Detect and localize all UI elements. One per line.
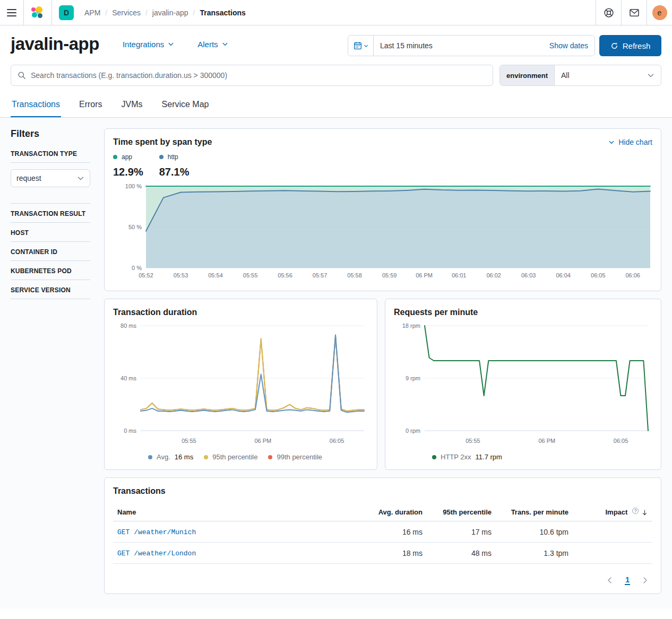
refresh-button[interactable]: Refresh	[599, 35, 661, 56]
filter-transaction-result-label[interactable]: TRANSACTION RESULT	[11, 210, 90, 217]
breadcrumb-separator: /	[145, 8, 148, 17]
svg-text:06 PM: 06 PM	[538, 438, 555, 444]
legend-http: http 87.1%	[159, 153, 189, 178]
breadcrumb-item-services[interactable]: Services	[112, 8, 141, 17]
transaction-link-munich[interactable]: GET /weather/Munich	[117, 528, 196, 536]
chevron-down-icon	[168, 41, 174, 47]
next-page-button[interactable]	[641, 576, 649, 585]
search-icon	[18, 71, 26, 80]
legend-99th[interactable]: 99th percentile	[268, 453, 322, 461]
column-header-impact[interactable]: Impact ?	[573, 503, 652, 521]
svg-text:06:01: 06:01	[452, 272, 467, 278]
svg-text:06:06: 06:06	[625, 272, 640, 278]
space-switcher[interactable]: D	[51, 0, 81, 25]
calendar-icon	[354, 41, 362, 50]
tab-jvms[interactable]: JVMs	[120, 93, 144, 117]
duration-legend: Avg. 16 ms 95th percentile 99th percenti…	[148, 453, 368, 461]
chevron-down-icon	[608, 139, 615, 145]
breadcrumb-separator: /	[105, 8, 107, 17]
column-header-name[interactable]: Name	[113, 503, 363, 521]
svg-text:06:03: 06:03	[521, 272, 536, 278]
filter-container-id-label[interactable]: CONTAINER ID	[11, 248, 90, 256]
filters-heading: Filters	[11, 128, 90, 140]
menu-button[interactable]	[0, 0, 23, 25]
time-range-value[interactable]: Last 15 minutes	[380, 41, 433, 50]
breadcrumb: APM / Services / javalin-app / Transacti…	[81, 0, 246, 25]
top-navigation-bar: D APM / Services / javalin-app / Transac…	[0, 0, 672, 25]
transaction-type-select[interactable]: request	[11, 169, 90, 187]
breadcrumb-item-apm[interactable]: APM	[84, 8, 100, 17]
life-buoy-help-icon	[604, 7, 614, 18]
london-tpm: 1.3 tpm	[496, 543, 573, 564]
user-menu-button[interactable]: e	[647, 0, 672, 25]
elastic-home-button[interactable]	[23, 0, 51, 25]
p95-legend-label: 95th percentile	[212, 453, 257, 461]
tab-errors[interactable]: Errors	[78, 93, 104, 117]
transactions-table: Name Avg. duration 95th percentile Trans…	[113, 503, 652, 564]
refresh-icon	[610, 42, 618, 50]
integrations-link[interactable]: Integrations	[123, 40, 174, 49]
transaction-duration-chart[interactable]: 0 ms40 ms80 ms05:5506 PM06:05	[113, 320, 368, 448]
http-legend-dot	[159, 155, 163, 159]
search-box	[11, 65, 493, 86]
previous-page-button[interactable]	[606, 576, 614, 585]
transaction-link-london[interactable]: GET /weather/London	[117, 550, 196, 557]
tab-service-map[interactable]: Service Map	[161, 93, 210, 117]
environment-value: All	[555, 71, 647, 80]
svg-text:40 ms: 40 ms	[120, 375, 136, 381]
chevron-down-icon	[647, 72, 654, 79]
svg-text:05:55: 05:55	[243, 272, 258, 278]
svg-text:0 rpm: 0 rpm	[406, 428, 420, 434]
avg-legend-label: Avg.	[157, 453, 170, 461]
filter-kubernetes-pod-label[interactable]: KUBERNETES POD	[11, 267, 90, 275]
help-button[interactable]	[596, 0, 621, 25]
hide-chart-link[interactable]: Hide chart	[608, 138, 652, 146]
breadcrumb-separator: /	[193, 8, 195, 17]
column-header-avg-duration[interactable]: Avg. duration	[363, 503, 427, 521]
page-title: javalin-app	[11, 34, 99, 54]
filter-service-version-label[interactable]: SERVICE VERSION	[11, 286, 90, 294]
newsfeed-button[interactable]	[621, 0, 647, 25]
munich-tpm: 10.6 tpm	[496, 521, 573, 543]
transaction-type-value: request	[16, 174, 41, 182]
svg-text:05:54: 05:54	[208, 272, 223, 278]
chevron-right-icon	[641, 576, 649, 585]
span-type-chart[interactable]: 0 %50 %100 %05:5205:5305:5405:5505:5605:…	[113, 182, 652, 282]
requests-per-minute-title: Requests per minute	[394, 308, 652, 317]
help-tooltip-icon[interactable]: ?	[632, 508, 639, 514]
legend-avg[interactable]: Avg. 16 ms	[148, 453, 193, 461]
legend-95th[interactable]: 95th percentile	[204, 453, 257, 461]
svg-text:05:56: 05:56	[278, 272, 292, 278]
page-number-1[interactable]: 1	[625, 576, 630, 585]
space-badge[interactable]: D	[59, 5, 74, 20]
tab-transactions[interactable]: Transactions	[11, 93, 61, 117]
requests-per-minute-panel: Requests per minute 0 rpm9 rpm18 rpm05:5…	[385, 299, 661, 470]
table-row: GET /weather/Munich 16 ms 17 ms 10.6 tpm	[113, 521, 652, 543]
search-input[interactable]	[31, 71, 486, 80]
app-percent: 12.9%	[113, 166, 143, 178]
alerts-link[interactable]: Alerts	[197, 40, 228, 49]
svg-text:06:05: 06:05	[330, 438, 344, 444]
avg-legend-dot	[148, 455, 152, 459]
span-type-panel: Time spent by span type Hide chart app 1…	[104, 128, 661, 291]
user-avatar[interactable]: e	[652, 5, 667, 20]
london-95th: 48 ms	[427, 543, 496, 564]
filters-sidebar: Filters TRANSACTION TYPE request TRANSAC…	[11, 128, 90, 299]
breadcrumb-item-service[interactable]: javalin-app	[152, 8, 188, 17]
elastic-logo	[31, 6, 45, 20]
hamburger-menu-icon[interactable]	[7, 9, 16, 16]
column-header-95th[interactable]: 95th percentile	[427, 503, 496, 521]
requests-per-minute-chart[interactable]: 0 rpm9 rpm18 rpm05:5506 PM06:05	[394, 320, 652, 448]
sort-descending-icon	[641, 509, 648, 516]
column-header-tpm[interactable]: Trans. per minute	[496, 503, 573, 521]
chevron-down-icon	[222, 41, 228, 47]
transactions-table-panel: Transactions Name Avg. duration 95th per…	[104, 477, 661, 594]
environment-filter[interactable]: environment All	[499, 65, 661, 86]
svg-text:9 rpm: 9 rpm	[406, 375, 420, 381]
tab-bar: Transactions Errors JVMs Service Map	[0, 93, 672, 118]
legend-http-2xx[interactable]: HTTP 2xx 11.7 rpm	[432, 453, 502, 461]
quick-select-button[interactable]	[348, 36, 374, 56]
show-dates-link[interactable]: Show dates	[549, 41, 588, 50]
avg-legend-value: 16 ms	[175, 453, 193, 461]
filter-host-label[interactable]: HOST	[11, 229, 90, 237]
